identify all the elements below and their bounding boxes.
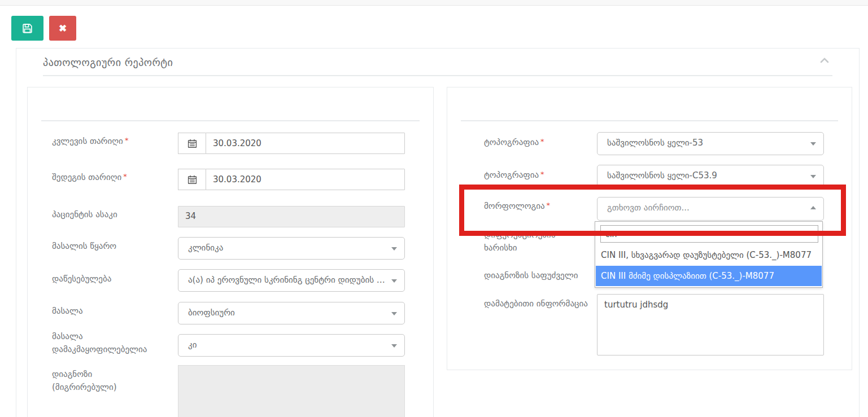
caret-down-icon [810,175,816,178]
page-title: პათოლოგიური რეპორტი [43,56,173,68]
study-date-input[interactable] [206,133,405,154]
topography-code-label: ტოპოგრაფია* [484,169,591,182]
caret-up-icon [810,206,816,209]
dropdown-search-input[interactable] [600,225,818,243]
dropdown-option-cin3-severe-dysplasia[interactable]: CIN III მძიმე დისპლაზიით (C-53._)-M8077 [596,266,822,286]
material-label: მასალა [52,305,168,318]
diagnosis-basis-label: დიაგნოზის საფუძველი [484,269,591,282]
caret-down-icon [810,142,816,146]
left-form-card: კვლევის თარიღი* შედეგის თარიღ [27,87,434,417]
caret-down-icon [391,247,397,251]
result-date-label: შედეგის თარიღი* [52,171,168,184]
morphology-label: მორფოლოგია* [484,200,591,213]
study-date-label: კვლევის თარიღი* [52,135,168,148]
patient-age-label: პაციენტის ასაკი [52,208,168,221]
morphology-dropdown-panel: CIN III, სხვაგვარად დაუზუსტებელი (C-53._… [595,221,823,288]
calendar-icon[interactable] [178,169,206,190]
material-source-label: მასალის წყარო [52,240,168,253]
diagnosis-migrated-textarea [178,365,405,417]
chevron-up-icon [819,56,830,64]
result-date-field [178,169,405,190]
additional-info-textarea[interactable]: turtutru jdhsdg [597,294,824,355]
caret-down-icon [391,279,397,283]
calendar-icon[interactable] [178,133,206,154]
header-divider [43,75,832,76]
material-satisfactory-select[interactable]: კი [178,334,405,357]
morphology-select[interactable]: გთხოვთ აირჩიოთ... [597,197,824,221]
topography-select[interactable]: საშვილოსნოს ყელი-53 [597,132,824,155]
patient-age-field: 34 [178,206,405,227]
institution-label: დაწესებულება [52,273,168,286]
save-button[interactable] [11,16,43,41]
card-divider [41,120,420,121]
save-icon [22,23,33,34]
material-source-select[interactable]: კლინიკა [178,237,405,260]
study-date-field [178,133,405,154]
diagnosis-migrated-label: დიაგნოზი (მიგრირებული) [52,368,142,393]
caret-down-icon [391,344,397,348]
result-date-input[interactable] [206,169,405,190]
topography-label: ტოპოგრაფია* [484,136,591,149]
collapse-panel-button[interactable] [819,56,830,64]
material-satisfactory-label: მასალა დამაკმაყოფილებელია [52,330,168,355]
differentiation-grade-label: დიფერენცირების ხარისხი [484,229,577,254]
pathology-report-page: ✖ პათოლოგიური რეპორტი კვლევის თარიღი* [0,0,868,417]
dropdown-option-cin3-nos[interactable]: CIN III, სხვაგვარად დაუზუსტებელი (C-53._… [596,245,822,265]
caret-down-icon [391,312,397,315]
top-strip [0,0,868,6]
topography-code-select[interactable]: საშვილოსნოს ყელი-C53.9 [597,165,824,188]
additional-info-label: დამატებითი ინფორმაცია [484,297,614,310]
card-divider [461,120,838,121]
cancel-button[interactable]: ✖ [49,16,76,41]
material-select[interactable]: ბიოფსიური [178,302,405,324]
institution-select[interactable]: ა(ა) იპ ეროვნული სკრინინგ ცენტრი დიდუბის… [178,269,405,292]
close-icon: ✖ [59,23,67,34]
